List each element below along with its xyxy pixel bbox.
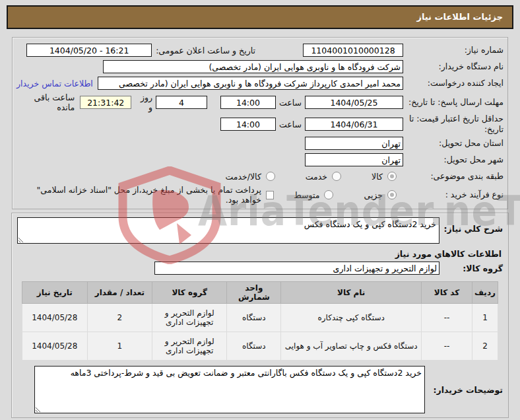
price-validity-date-input[interactable] (305, 118, 403, 131)
table-row: 2 -- دستگاه فکس و چاپ تصاویر آب و هوایی … (22, 332, 498, 361)
goods-group-input[interactable] (154, 262, 439, 275)
request-creator-input[interactable] (98, 77, 403, 90)
request-creator-label: ایجاد کننده درخواست: (403, 78, 504, 88)
cell-name: دستگاه کپی چندکاره (281, 304, 421, 332)
buyer-notes-textarea[interactable]: خرید 2دستگاه کپی و یک دستگاه فکس باگاران… (34, 366, 425, 413)
price-validity-time-input[interactable] (220, 118, 276, 131)
col-quantity: تعداد / مقدار (87, 282, 152, 304)
col-date: تاریخ نیاز (22, 282, 88, 304)
classification-service-label: خدمت (306, 172, 327, 182)
cell-row: 1 (472, 304, 498, 332)
buyer-contact-link[interactable]: اطلاعات تماس خریدار (16, 79, 93, 88)
goods-table-header-row: ردیف کد کالا نام کالا واحد شمارش گروه کا… (22, 282, 498, 304)
classification-option-service[interactable]: خدمت (306, 172, 341, 182)
col-name: نام کالا (281, 282, 421, 304)
buyer-notes-row: توضیحات خریدار: خرید 2دستگاه کپی و یک دس… (17, 366, 503, 413)
goods-table: ردیف کد کالا نام کالا واحد شمارش گروه کا… (22, 281, 498, 361)
radio-both-icon[interactable] (266, 172, 275, 181)
classification-option-both[interactable]: کالا/خدمت (225, 172, 275, 182)
announce-label: تاریخ و ساعت اعلان عمومی: (156, 46, 255, 55)
buyer-org-label: نام دستگاه خریدار: (403, 61, 504, 72)
remaining-timer-label: ساعت باقی مانده (16, 92, 75, 112)
radio-medium-icon[interactable] (324, 190, 333, 199)
remaining-days-input[interactable] (156, 96, 207, 109)
goods-group-label: گروه کالا: (439, 263, 503, 273)
need-number-input[interactable] (303, 44, 403, 57)
price-validity-label: حداقل تاریخ اعتبار قیمت: تا تاریخ: (403, 114, 504, 134)
classification-option-goods[interactable]: کالا (372, 172, 397, 182)
need-description-row: شرح کلي نیاز: خرید 2دستگاه کپی و یک دستگ… (17, 217, 503, 244)
col-group: گروه کالا (152, 282, 227, 304)
process-medium-label: متوسط (294, 190, 319, 200)
col-unit: واحد شمارش (227, 282, 281, 304)
buyer-notes-label: توضیحات خریدار: (425, 385, 503, 395)
process-type-label: نوع فرآیند خرید : (403, 190, 504, 200)
classification-goods-label: کالا (372, 172, 383, 182)
cell-date: 1404/05/28 (22, 304, 88, 332)
reply-deadline-time-input[interactable] (220, 96, 276, 109)
remaining-days-label: روز و (135, 92, 152, 112)
need-number-label: شماره نیاز: (403, 45, 504, 55)
city-label: شهر محل تحویل: (403, 155, 504, 165)
need-description-label: شرح کلي نیاز: (439, 217, 503, 234)
radio-goods-icon[interactable] (387, 172, 397, 181)
buyer-org-row: نام دستگاه خریدار: (16, 59, 504, 75)
remaining-timer (80, 96, 131, 109)
radio-minor-icon[interactable] (387, 190, 397, 199)
city-row: شهر محل تحویل: (16, 152, 504, 168)
radio-service-icon[interactable] (332, 172, 341, 181)
cell-group: لوازم التحریر و تجهیزات اداری (152, 304, 227, 332)
page-title: جزئیات اطلاعات نیاز (7, 5, 513, 29)
col-code: کد کالا (421, 282, 472, 304)
cell-code: -- (421, 304, 472, 332)
treasury-checkbox-label: پرداخت تمام یا بخشی از مبلغ خرید،از محل … (16, 185, 261, 205)
table-row: 1 -- دستگاه کپی چندکاره دستگاه لوازم الت… (22, 304, 498, 332)
buyer-org-input[interactable] (103, 60, 403, 73)
process-option-minor[interactable]: جزیی (364, 190, 397, 200)
process-minor-label: جزیی (364, 190, 383, 200)
cell-name: دستگاه فکس و چاپ تصاویر آب و هوایی (281, 332, 421, 361)
need-description-textarea[interactable]: خرید 2دستگاه کپی و یک دستگاه فکس (17, 217, 439, 244)
goods-group-row: گروه کالا: (17, 262, 503, 275)
request-creator-row: ایجاد کننده درخواست: اطلاعات تماس خریدار (16, 75, 504, 91)
cell-date: 1404/05/28 (22, 332, 88, 361)
treasury-checkbox-icon[interactable] (266, 191, 274, 199)
process-option-medium[interactable]: متوسط (294, 190, 333, 200)
cell-quantity: 2 (87, 304, 152, 332)
cell-unit: دستگاه (227, 304, 281, 332)
province-label: استان محل تحویل: (403, 138, 504, 149)
cell-group: لوازم التحریر و تجهیزات اداری (152, 332, 227, 361)
cell-unit: دستگاه (227, 332, 281, 361)
classification-label: طبقه بندی موضوعی: (403, 171, 504, 182)
reply-hour-label: ساعت (279, 98, 302, 108)
reply-deadline-label: مهلت ارسال پاسخ: تا تاریخ: (403, 97, 504, 108)
need-info-groupbox: شماره نیاز: تاریخ و ساعت اعلان عمومی: نا… (12, 37, 508, 209)
treasury-checkbox-option[interactable]: پرداخت تمام یا بخشی از مبلغ خرید،از محل … (16, 185, 274, 205)
classification-row: طبقه بندی موضوعی: کالا خدمت کالا/خدمت (16, 168, 504, 184)
cell-quantity: 1 (87, 332, 152, 361)
reply-deadline-date-input[interactable] (305, 96, 403, 109)
province-row: استان محل تحویل: (16, 135, 504, 151)
tender-detail-page: جزئیات اطلاعات نیاز شماره نیاز: تاریخ و … (0, 0, 520, 420)
city-input[interactable] (305, 153, 403, 166)
price-validity-row: حداقل تاریخ اعتبار قیمت: تا تاریخ: ساعت (16, 114, 504, 135)
cell-code: -- (421, 332, 472, 361)
process-type-row: نوع فرآیند خرید : جزیی متوسط پرداخت تمام… (16, 185, 504, 205)
goods-table-header: ردیف کد کالا نام کالا واحد شمارش گروه کا… (22, 282, 498, 304)
province-input[interactable] (305, 137, 403, 150)
reply-deadline-row: مهلت ارسال پاسخ: تا تاریخ: ساعت روز و سا… (16, 92, 504, 113)
goods-section-header: اطلاعات کالاهاي مورد نیاز (18, 249, 502, 259)
need-number-row: شماره نیاز: تاریخ و ساعت اعلان عمومی: (16, 42, 504, 58)
col-row: ردیف (472, 282, 498, 304)
classification-both-label: کالا/خدمت (225, 172, 261, 182)
announce-datetime-input[interactable] (26, 44, 152, 57)
cell-row: 2 (472, 332, 498, 361)
goods-info-groupbox: شرح کلي نیاز: خرید 2دستگاه کپی و یک دستگ… (11, 213, 509, 418)
price-validity-hour-label: ساعت (279, 120, 302, 129)
